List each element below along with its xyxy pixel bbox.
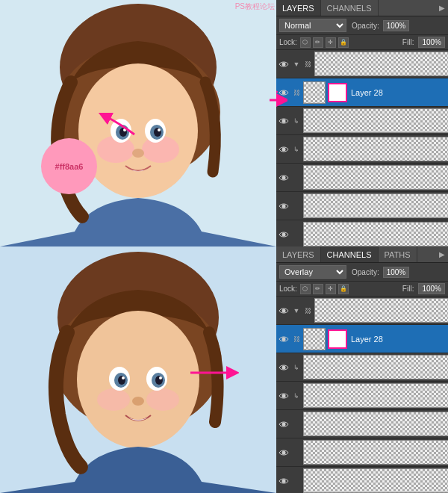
svg-point-29 (97, 388, 130, 411)
layer-item-layer28-bottom[interactable]: ⛓ Layer 28 (276, 325, 448, 353)
lock-label-top: Lock: (279, 38, 297, 46)
fill-value-bottom[interactable]: 100% (418, 283, 445, 294)
opacity-value-top[interactable]: 100% (383, 20, 410, 31)
lock-paint-icon-b[interactable]: ✏ (313, 284, 323, 294)
svg-point-45 (282, 422, 286, 426)
layer-item-layer26-bottom[interactable]: Layer 26 (276, 438, 448, 467)
visibility-layer27-top[interactable] (278, 172, 290, 184)
layer-item-girl-head-bottom[interactable]: ▼ ⛓ Girl Head (276, 297, 448, 325)
image-panel-bottom (0, 246, 276, 493)
ctrl-girl-head-bottom: ▼ ⛓ (291, 306, 313, 316)
ctrl-layer28-bottom: ⛓ (291, 334, 302, 344)
layer-item-layer27-top[interactable]: Layer 27 (276, 164, 448, 192)
lock-transparent-icon-b[interactable]: ⬡ (300, 284, 311, 294)
tab-paths-bottom[interactable]: PATHS (379, 246, 417, 262)
thumb-layer28-bottom (303, 328, 326, 350)
svg-point-41 (282, 308, 286, 312)
layer-item-layer25-top[interactable]: Layer 25 (276, 220, 448, 246)
opacity-label-top: Opacity: (352, 22, 379, 30)
svg-point-30 (146, 388, 179, 411)
indent-icon: ↳ (291, 116, 302, 126)
visibility-left-eye-top[interactable] (278, 115, 290, 127)
layer-item-left-eye-top[interactable]: ↳ Left eye (276, 107, 448, 135)
tab-channels-top[interactable]: CHANNELS (321, 0, 379, 16)
layers-panel-top: LAYERS CHANNELS ▶ Normal Overlay Multipl… (276, 0, 448, 246)
layer-item-girl-head-top[interactable]: ▼ ⛓ Girl Head (276, 50, 448, 78)
chain-icon-top: ⛓ (302, 59, 313, 69)
panel-menu-top[interactable]: ▶ (436, 2, 448, 13)
thumb-girl-head-bottom (314, 298, 448, 323)
tab-layers-bottom[interactable]: LAYERS (276, 246, 321, 262)
mask-layer28-top (328, 83, 347, 102)
visibility-layer25-top[interactable] (278, 229, 290, 241)
panel-menu-bottom[interactable]: ▶ (436, 249, 448, 260)
layer-list-bottom: ▼ ⛓ Girl Head ⛓ (276, 297, 448, 493)
opacity-label-bottom: Opacity: (352, 268, 379, 276)
color-bubble: #ff8aa6 (41, 138, 97, 194)
lock-move-icon-b[interactable]: ✛ (326, 284, 336, 294)
ctrl-right-eye-top: ↳ (291, 144, 302, 155)
layer-item-left-eye-bottom[interactable]: ↳ Left eye (276, 353, 448, 382)
thumb-layer25-top (303, 222, 448, 246)
arrow-top (97, 105, 142, 142)
layer-item-right-eye-bottom[interactable]: ↳ Right eye (276, 382, 448, 410)
layer-item-layer26-top[interactable]: Layer 26 (276, 192, 448, 220)
svg-point-24 (282, 232, 286, 236)
svg-point-47 (282, 479, 286, 483)
ctrl-layer27-top (291, 173, 302, 183)
ctrl-layer26-top (291, 201, 302, 211)
svg-point-44 (282, 394, 286, 397)
lock-move-icon[interactable]: ✛ (326, 37, 336, 48)
thumb-layer27-top (303, 165, 448, 190)
blend-mode-select-top[interactable]: Normal Overlay Multiply (279, 19, 346, 32)
tab-bar-top: LAYERS CHANNELS ▶ (276, 0, 448, 16)
lock-transparent-icon[interactable]: ⬡ (300, 37, 311, 48)
lock-icons-bottom: ⬡ ✏ ✛ 🔒 (300, 284, 349, 294)
thumb-layer26-top (303, 193, 448, 218)
visibility-layer26-bottom[interactable] (278, 447, 290, 459)
lock-all-icon[interactable]: 🔒 (338, 37, 349, 48)
opacity-value-bottom[interactable]: 100% (383, 267, 410, 278)
visibility-layer26-top[interactable] (278, 200, 290, 212)
select-arrow-top (276, 84, 278, 101)
visibility-girl-head-top[interactable] (278, 58, 290, 70)
visibility-layer28-bottom[interactable] (278, 333, 290, 345)
visibility-right-eye-bottom[interactable] (278, 390, 290, 402)
svg-point-39 (132, 397, 144, 406)
thumb-left-eye-bottom (303, 355, 448, 379)
tab-channels-bottom[interactable]: CHANNELS (321, 246, 379, 262)
svg-point-43 (282, 365, 286, 369)
mask-layer28-bottom (328, 329, 347, 349)
ctrl-layer25-top (291, 229, 302, 240)
lock-all-icon-b[interactable]: 🔒 (338, 284, 349, 294)
thumb-layer25-bottom (303, 468, 448, 493)
lock-row-bottom: Lock: ⬡ ✏ ✛ 🔒 Fill: 100% (276, 282, 448, 297)
layer-list-top: ▼ ⛓ Girl Head (276, 50, 448, 246)
lock-paint-icon[interactable]: ✏ (313, 37, 323, 48)
svg-point-37 (122, 376, 125, 379)
layer-name-layer28-top: Layer 28 (351, 88, 383, 97)
fill-label-bottom: Fill: (402, 285, 414, 293)
svg-point-13 (158, 128, 161, 131)
thumb-left-eye-top (303, 108, 448, 133)
layer-item-layer25-bottom[interactable]: Layer 25 (276, 467, 448, 493)
layer-item-right-eye-top[interactable]: ↳ Right eye (276, 135, 448, 164)
svg-point-28 (77, 311, 199, 448)
thumb-layer27-bottom (303, 412, 448, 436)
svg-point-17 (282, 62, 286, 66)
visibility-girl-head-bottom[interactable] (278, 305, 290, 317)
visibility-left-eye-bottom[interactable] (278, 362, 290, 373)
visibility-layer27-bottom[interactable] (278, 418, 290, 430)
fill-value-top[interactable]: 100% (418, 37, 445, 48)
visibility-right-eye-top[interactable] (278, 143, 290, 155)
tab-layers-top[interactable]: LAYERS (276, 0, 321, 16)
arrow-bottom (187, 362, 239, 383)
svg-point-46 (282, 450, 286, 454)
blend-mode-select-bottom[interactable]: Overlay Normal Multiply (279, 265, 346, 279)
thumb-layer28-top (303, 81, 326, 104)
layer-item-layer27-bottom[interactable]: Layer 27 (276, 410, 448, 438)
tab-bar-bottom: LAYERS CHANNELS PATHS ▶ (276, 246, 448, 263)
layer-item-layer28-top[interactable]: ⛓ Layer 28 (276, 78, 448, 107)
watermark-top: PS教程论坛 (235, 1, 275, 12)
visibility-layer25-bottom[interactable] (278, 475, 290, 487)
